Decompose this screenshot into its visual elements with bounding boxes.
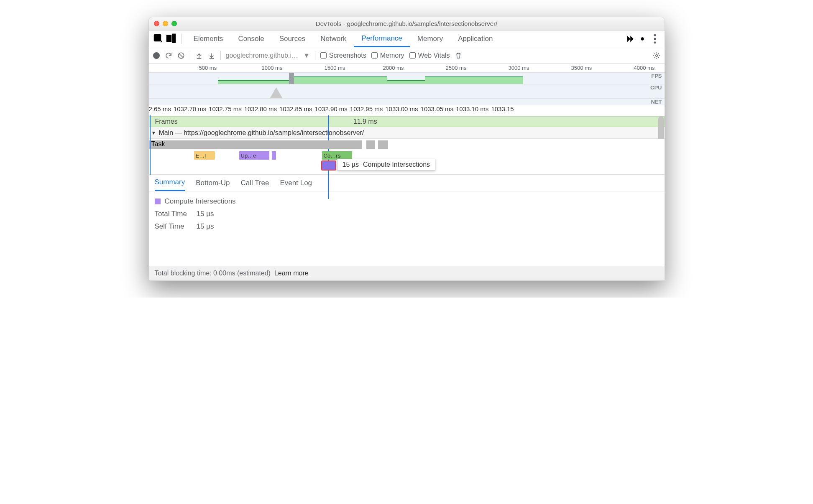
separator	[220, 51, 221, 60]
record-button[interactable]	[153, 52, 160, 59]
flamechart-container: Frames 11.9 ms ▼ Main — https://googlech…	[149, 116, 665, 175]
disclosure-triangle-icon[interactable]: ▼	[151, 130, 156, 136]
summary-panel: Compute Intersections Total Time 15 µs S…	[149, 191, 665, 266]
window-titlebar: DevTools - googlechrome.github.io/sample…	[149, 17, 665, 31]
detail-tab-calltree[interactable]: Call Tree	[240, 179, 269, 187]
settings-icon[interactable]	[636, 33, 649, 45]
performance-toolbar: googlechrome.github.i… ▼ Screenshots Mem…	[149, 47, 665, 64]
detail-tab-bottomup[interactable]: Bottom-Up	[196, 179, 230, 187]
detail-tabbar: Summary Bottom-Up Call Tree Event Log	[149, 175, 665, 191]
separator	[315, 51, 315, 60]
main-track-header[interactable]: ▼ Main — https://googlechrome.github.io/…	[149, 127, 665, 139]
summary-title-row: Compute Intersections	[155, 197, 659, 206]
svg-rect-2	[172, 33, 176, 43]
category-swatch	[155, 199, 161, 204]
inspect-element-icon[interactable]	[152, 33, 165, 45]
frames-track[interactable]: Frames 11.9 ms	[149, 116, 665, 127]
flame-event[interactable]	[272, 151, 276, 160]
load-profile-icon[interactable]	[195, 52, 203, 59]
screenshots-checkbox[interactable]: Screenshots	[320, 52, 366, 59]
flame-event[interactable]: E…l	[194, 151, 215, 160]
summary-event-name: Compute Intersections	[165, 197, 236, 206]
tab-sources[interactable]: Sources	[272, 31, 313, 47]
summary-row: Self Time 15 µs	[155, 222, 659, 231]
reload-button[interactable]	[165, 52, 172, 59]
overview-time-ruler[interactable]: 500 ms 1000 ms 1500 ms 2000 ms 2500 ms 3…	[149, 64, 665, 72]
devtools-window: DevTools - googlechrome.github.io/sample…	[148, 17, 665, 281]
task-bar[interactable]: Task	[149, 140, 362, 149]
detail-tab-summary[interactable]: Summary	[155, 175, 185, 191]
flamechart[interactable]: Task E…l Up…e Co…rs 15 µsCompute Interse…	[149, 139, 665, 175]
fps-lane[interactable]: FPS	[149, 72, 665, 84]
tab-application[interactable]: Application	[450, 31, 500, 47]
range-start-line[interactable]	[150, 115, 151, 175]
profile-source-select[interactable]: googlechrome.github.i…	[226, 52, 298, 59]
clear-button[interactable]	[177, 52, 185, 59]
separator	[190, 51, 190, 60]
zoom-time-ruler[interactable]: 2.65 ms1032.70 ms1032.75 ms1032.80 ms103…	[149, 105, 665, 116]
detail-tab-eventlog[interactable]: Event Log	[280, 179, 312, 187]
tab-console[interactable]: Console	[230, 31, 271, 47]
collect-garbage-icon[interactable]	[455, 52, 462, 59]
window-title: DevTools - googlechrome.github.io/sample…	[149, 20, 665, 27]
capture-settings-icon[interactable]	[653, 52, 660, 59]
flame-event[interactable]: Co…rs	[322, 151, 352, 160]
event-tooltip: 15 µsCompute Intersections	[337, 159, 436, 171]
tab-memory[interactable]: Memory	[410, 31, 450, 47]
dropdown-icon[interactable]: ▼	[303, 52, 310, 59]
svg-rect-1	[166, 35, 171, 42]
webvitals-checkbox[interactable]: Web Vitals	[409, 52, 450, 59]
more-tabs-icon[interactable]	[624, 33, 636, 45]
flame-event[interactable]: Up…e	[239, 151, 269, 160]
svg-point-4	[654, 34, 656, 36]
device-toolbar-icon[interactable]	[165, 33, 177, 45]
summary-row: Total Time 15 µs	[155, 210, 659, 218]
net-lane[interactable]: NET	[149, 98, 665, 105]
svg-point-5	[654, 38, 656, 40]
memory-checkbox[interactable]: Memory	[371, 52, 404, 59]
task-bar[interactable]	[378, 140, 388, 149]
svg-point-6	[654, 41, 656, 43]
tab-network[interactable]: Network	[313, 31, 354, 47]
task-bar[interactable]	[366, 140, 375, 149]
blocking-time-footer: Total blocking time: 0.00ms (estimated) …	[149, 266, 665, 280]
separator	[182, 34, 182, 44]
tab-performance[interactable]: Performance	[354, 31, 409, 47]
kebab-menu-icon[interactable]	[649, 33, 661, 45]
tab-elements[interactable]: Elements	[186, 31, 231, 47]
svg-point-8	[655, 54, 657, 56]
panel-tabbar: Elements Console Sources Network Perform…	[149, 31, 665, 47]
overview-panel[interactable]: 500 ms 1000 ms 1500 ms 2000 ms 2500 ms 3…	[149, 64, 665, 105]
cpu-lane[interactable]: CPU	[149, 84, 665, 98]
flame-event-selected[interactable]	[322, 161, 335, 170]
svg-point-3	[641, 37, 644, 41]
svg-rect-0	[153, 34, 161, 41]
save-profile-icon[interactable]	[208, 52, 215, 59]
learn-more-link[interactable]: Learn more	[274, 270, 309, 277]
